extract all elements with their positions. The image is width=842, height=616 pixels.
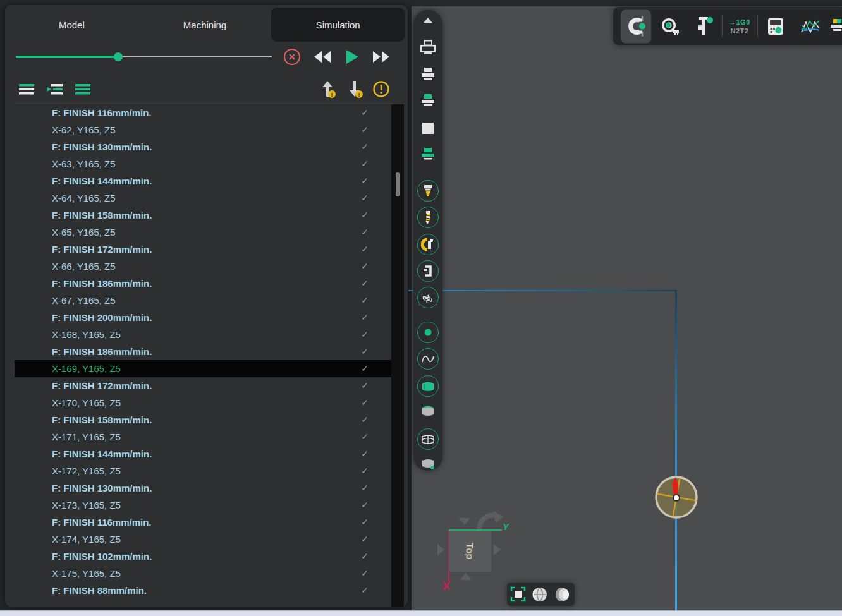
check-icon: ✓ <box>361 377 369 394</box>
check-icon: ✓ <box>361 343 369 360</box>
gcode-line-2: N2T2 <box>729 27 750 35</box>
program-line[interactable]: F: FINISH 158mm/min.✓ <box>15 411 391 428</box>
scrollbar-thumb[interactable] <box>396 172 400 196</box>
stock-face-button[interactable] <box>422 123 434 134</box>
program-line[interactable]: F: FINISH 144mm/min.✓ <box>15 172 391 190</box>
warnings-button[interactable] <box>371 80 391 99</box>
download-warning-button[interactable]: ! <box>345 80 365 99</box>
tool-drill-button[interactable] <box>417 207 439 228</box>
list-all-button[interactable] <box>73 80 93 99</box>
program-line[interactable]: F: FINISH 172mm/min.✓ <box>15 241 391 258</box>
program-line[interactable]: F: FINISH 172mm/min.✓ <box>15 377 391 394</box>
check-icon: ✓ <box>361 258 369 275</box>
program-line[interactable]: F: FINISH 200mm/min.✓ <box>15 309 391 326</box>
machine-outline-button[interactable] <box>420 40 436 55</box>
stock-layers-button[interactable] <box>830 18 842 35</box>
cylinder-view-icon <box>554 586 571 603</box>
caliper-button[interactable] <box>695 16 715 37</box>
cancel-button[interactable] <box>283 48 302 66</box>
show-curve-button[interactable] <box>417 348 439 370</box>
slider-thumb[interactable] <box>114 52 123 61</box>
program-line[interactable]: F: FINISH 88mm/min.✓ <box>15 582 391 599</box>
program-line[interactable]: X-169, Y165, Z5✓ <box>15 360 391 377</box>
program-line-text: F: FINISH 144mm/min. <box>52 176 152 186</box>
program-line-text: F: FINISH 116mm/min. <box>52 107 152 118</box>
pan-left-arrow[interactable] <box>437 544 444 555</box>
pan-right-arrow[interactable] <box>494 544 501 555</box>
program-line[interactable]: X-63, Y165, Z5✓ <box>15 155 391 172</box>
program-line[interactable]: X-67, Y165, Z5✓ <box>15 292 391 309</box>
program-line[interactable]: X-171, Y165, Z5✓ <box>15 428 391 445</box>
tool-clamp-button[interactable] <box>417 260 439 282</box>
tool-holder-button[interactable] <box>417 234 439 255</box>
surface-shaded-icon <box>420 404 436 417</box>
fast-forward-button[interactable] <box>372 48 391 66</box>
program-line[interactable]: F: FINISH 130mm/min.✓ <box>15 480 391 497</box>
program-line[interactable]: X-174, Y165, Z5✓ <box>15 531 391 548</box>
check-icon: ✓ <box>361 480 369 497</box>
machine-stock-top-button[interactable] <box>420 94 436 107</box>
pan-up-arrow[interactable] <box>459 518 470 525</box>
program-line[interactable]: F: FINISH 130mm/min.✓ <box>15 138 391 155</box>
list-scrollbar[interactable] <box>391 104 404 607</box>
program-line[interactable]: F: FINISH 116mm/min.✓ <box>15 514 391 531</box>
list-current-line-button[interactable] <box>45 80 65 99</box>
sphere-view-icon <box>532 586 548 603</box>
program-line[interactable]: X-170, Y165, Z5✓ <box>15 394 391 411</box>
view-cube[interactable]: Top <box>449 531 491 572</box>
program-line[interactable]: X-172, Y165, Z5✓ <box>15 462 391 480</box>
surface-shaded-button[interactable] <box>420 404 436 417</box>
simulation-progress-slider[interactable] <box>16 52 272 62</box>
chart-lines-button[interactable] <box>800 17 821 36</box>
surface-points-button[interactable] <box>420 457 436 470</box>
tool-cutter-icon <box>422 184 434 198</box>
show-points-button[interactable] <box>417 322 439 343</box>
program-line-text: X-169, Y165, Z5 <box>52 363 121 374</box>
program-line[interactable]: F: FINISH 116mm/min.✓ <box>15 104 391 121</box>
program-line[interactable]: F: FINISH 102mm/min.✓ <box>15 548 391 565</box>
gcode-display-button[interactable]: →1G0 N2T2 <box>729 18 750 35</box>
program-line[interactable]: F: FINISH 158mm/min.✓ <box>15 207 391 224</box>
surface-solid-button[interactable] <box>417 375 439 397</box>
program-line-text: F: FINISH 158mm/min. <box>52 414 152 425</box>
machine-solid-icon <box>420 67 436 81</box>
tab-simulation[interactable]: Simulation <box>271 8 405 42</box>
program-line[interactable]: X-168, Y165, Z5✓ <box>15 326 391 343</box>
rewind-button[interactable] <box>313 48 332 66</box>
tool-cutter-button[interactable] <box>417 180 439 202</box>
tool-position-gizmo[interactable] <box>652 473 701 522</box>
program-line-text: X-172, Y165, Z5 <box>52 466 121 476</box>
list-divider <box>14 103 393 104</box>
tab-machining[interactable]: Machining <box>138 8 272 42</box>
pan-down-arrow[interactable] <box>460 573 472 580</box>
program-line[interactable]: X-66, Y165, Z5✓ <box>15 258 391 275</box>
calculator-button[interactable] <box>766 17 785 36</box>
program-line[interactable]: X-173, Y165, Z5✓ <box>15 497 391 514</box>
check-icon: ✓ <box>361 190 369 207</box>
program-line-text: F: FINISH 116mm/min. <box>52 517 152 528</box>
program-line[interactable]: X-175, Y165, Z5✓ <box>15 565 391 582</box>
tab-model[interactable]: Model <box>5 8 138 42</box>
list-plain-button[interactable] <box>16 80 37 99</box>
scroll-up-button[interactable] <box>423 17 433 23</box>
program-line[interactable]: X-62, Y165, Z5✓ <box>15 121 391 138</box>
program-line[interactable]: F: FINISH 144mm/min.✓ <box>15 445 391 462</box>
program-line[interactable]: F: FINISH 186mm/min.✓ <box>15 275 391 292</box>
magnet-snap-button[interactable] <box>621 9 651 43</box>
upload-warning-button[interactable]: ! <box>317 80 338 99</box>
stock-top-button[interactable] <box>420 147 436 161</box>
program-line[interactable]: X-65, Y165, Z5✓ <box>15 224 391 241</box>
zoom-fit-button[interactable] <box>510 586 526 602</box>
program-line[interactable]: X-64, Y165, Z5✓ <box>15 190 391 207</box>
svg-text:!: ! <box>331 92 333 98</box>
check-icon: ✓ <box>361 155 369 172</box>
list-all-icon <box>75 83 91 95</box>
machine-solid-button[interactable] <box>420 67 436 81</box>
cylinder-view-button[interactable] <box>554 586 571 603</box>
play-button[interactable] <box>343 48 362 66</box>
program-line[interactable]: F: FINISH 186mm/min.✓ <box>15 343 391 360</box>
download-warning-icon: ! <box>346 80 363 98</box>
surface-wireframe-button[interactable] <box>417 428 439 450</box>
tape-measure-button[interactable] <box>660 16 681 37</box>
sphere-view-button[interactable] <box>532 586 548 603</box>
